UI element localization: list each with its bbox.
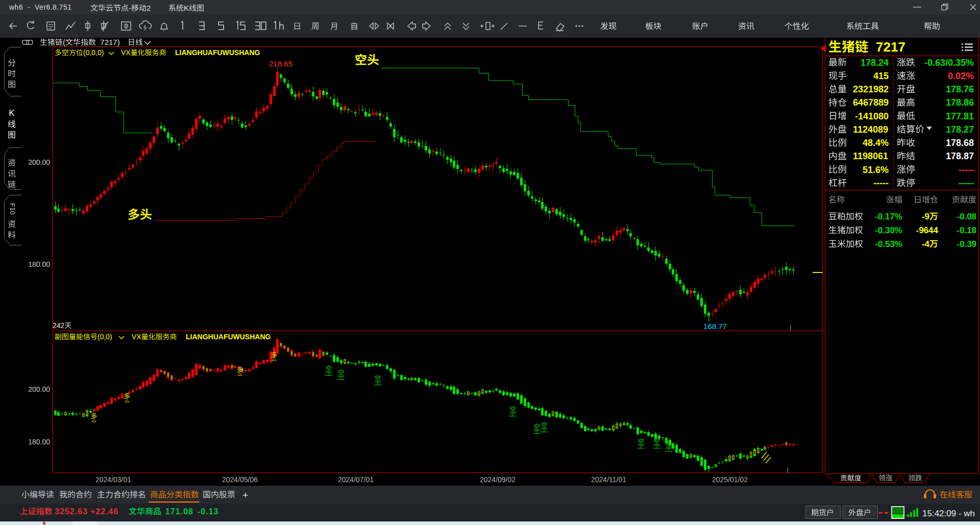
svg-text:VX: VX <box>132 333 141 341</box>
svg-text:178.87: 178.87 <box>946 151 974 161</box>
svg-text:48.4%: 48.4% <box>863 138 889 148</box>
svg-text:+22.46: +22.46 <box>90 507 118 516</box>
svg-text:-0.39: -0.39 <box>957 239 976 249</box>
svg-text:-0.13: -0.13 <box>198 507 218 516</box>
svg-text:VX: VX <box>121 48 131 57</box>
svg-text:7217: 7217 <box>876 39 905 55</box>
svg-text:178.27: 178.27 <box>946 124 974 135</box>
svg-text:51.6%: 51.6% <box>863 165 889 175</box>
svg-text:-9: -9 <box>922 212 929 221</box>
svg-text:(0,0,0): (0,0,0) <box>83 48 104 57</box>
svg-text:-----: ----- <box>873 178 889 188</box>
svg-text:F10: F10 <box>9 203 16 214</box>
svg-text:-----: ----- <box>959 178 974 188</box>
svg-text:180.00: 180.00 <box>28 260 50 268</box>
svg-text:415: 415 <box>873 71 889 81</box>
svg-text:2024/05/06: 2024/05/06 <box>222 476 258 484</box>
svg-text:-4: -4 <box>922 239 930 249</box>
svg-text:180.00: 180.00 <box>28 438 50 446</box>
svg-text:2024/11/01: 2024/11/01 <box>591 476 626 484</box>
svg-text:-0.17%: -0.17% <box>875 212 902 221</box>
svg-text:15:42:09 - wh: 15:42:09 - wh <box>922 509 975 518</box>
svg-text:-0.18: -0.18 <box>957 226 976 235</box>
svg-text:-0.30%: -0.30% <box>875 226 902 235</box>
svg-text:200.00: 200.00 <box>28 385 50 393</box>
svg-text:-0.08: -0.08 <box>957 212 976 221</box>
svg-text:168.77: 168.77 <box>703 322 727 331</box>
svg-text:177.81: 177.81 <box>946 111 974 121</box>
svg-text:171.08: 171.08 <box>165 507 193 516</box>
svg-text:K: K <box>184 4 189 12</box>
svg-text:(: ( <box>63 38 65 46</box>
svg-text:242: 242 <box>53 321 65 330</box>
svg-text:-0.53%: -0.53% <box>875 239 902 249</box>
svg-text:178.76: 178.76 <box>946 84 974 94</box>
svg-text:178.68: 178.68 <box>946 138 974 148</box>
svg-text:2321982: 2321982 <box>853 84 889 94</box>
svg-text:+: + <box>242 490 248 501</box>
svg-text:0.02%: 0.02% <box>948 71 974 81</box>
svg-text:-: - <box>129 4 131 12</box>
svg-text:1198061: 1198061 <box>853 151 888 161</box>
svg-text:2025/01/02: 2025/01/02 <box>712 476 748 484</box>
svg-text:178.24: 178.24 <box>861 58 889 68</box>
svg-text:200.00: 200.00 <box>28 158 50 166</box>
svg-text:-9644: -9644 <box>916 226 939 235</box>
svg-text:6467889: 6467889 <box>853 97 889 108</box>
svg-text:2024/09/02: 2024/09/02 <box>480 476 516 484</box>
svg-text:LIANGHUAFUWUSHANG: LIANGHUAFUWUSHANG <box>175 48 260 57</box>
svg-text:-----: ----- <box>959 165 974 175</box>
svg-text:1124089: 1124089 <box>853 124 888 135</box>
svg-text:2: 2 <box>146 4 151 12</box>
svg-text:218.65: 218.65 <box>269 59 292 68</box>
svg-text:(0,0): (0,0) <box>97 333 112 341</box>
svg-text:-141080: -141080 <box>855 111 889 121</box>
svg-text:7217): 7217) <box>96 38 120 46</box>
svg-text:wh6 - Ver6.8.751: wh6 - Ver6.8.751 <box>9 3 72 11</box>
svg-text:3252.63: 3252.63 <box>55 507 88 516</box>
svg-text:-0.63/0.35%: -0.63/0.35% <box>924 58 974 68</box>
svg-text:2024/03/01: 2024/03/01 <box>95 476 131 484</box>
svg-text:178.86: 178.86 <box>946 97 974 108</box>
svg-text:K: K <box>9 108 15 118</box>
svg-text:2024/07/01: 2024/07/01 <box>338 476 374 484</box>
svg-text:LIANGHUAFUWUSHANG: LIANGHUAFUWUSHANG <box>186 333 271 341</box>
